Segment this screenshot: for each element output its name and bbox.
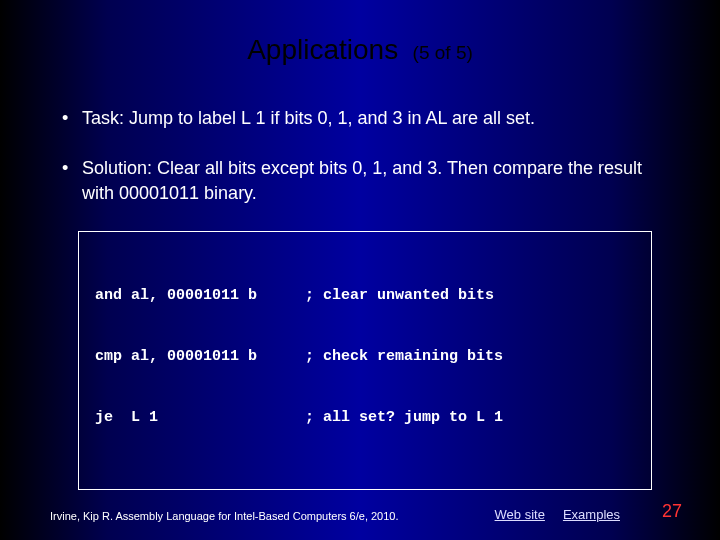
website-link[interactable]: Web site [495, 507, 545, 522]
bullet-list: Task: Jump to label L 1 if bits 0, 1, an… [50, 106, 670, 205]
code-comment: ; all set? jump to L 1 [305, 408, 635, 428]
footer-citation: Irvine, Kip R. Assembly Language for Int… [50, 510, 495, 522]
slide: Applications (5 of 5) Task: Jump to labe… [0, 0, 720, 540]
footer-links: Web site Examples [495, 507, 620, 522]
examples-link[interactable]: Examples [563, 507, 620, 522]
code-instruction: and al, 00001011 b [95, 286, 305, 306]
slide-title-sub: (5 of 5) [413, 42, 473, 63]
code-box: and al, 00001011 b ; clear unwanted bits… [78, 231, 652, 490]
slide-title: Applications [247, 34, 398, 65]
code-comment: ; clear unwanted bits [305, 286, 635, 306]
slide-footer: Irvine, Kip R. Assembly Language for Int… [0, 507, 720, 522]
code-instruction: cmp al, 00001011 b [95, 347, 305, 367]
code-line: cmp al, 00001011 b ; check remaining bit… [95, 347, 635, 367]
bullet-item: Task: Jump to label L 1 if bits 0, 1, an… [60, 106, 660, 130]
code-line: je L 1 ; all set? jump to L 1 [95, 408, 635, 428]
code-line: and al, 00001011 b ; clear unwanted bits [95, 286, 635, 306]
code-instruction: je L 1 [95, 408, 305, 428]
bullet-item: Solution: Clear all bits except bits 0, … [60, 156, 660, 205]
page-number: 27 [662, 501, 682, 522]
slide-title-wrap: Applications (5 of 5) [50, 34, 670, 66]
code-comment: ; check remaining bits [305, 347, 635, 367]
